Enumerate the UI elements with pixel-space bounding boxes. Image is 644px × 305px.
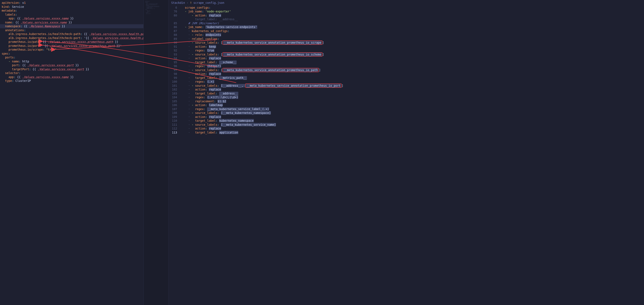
code-line: alb.ingress.kubernetes.io/healthcheck-pa…: [0, 32, 144, 36]
highlight-port: __meta_kubernetes_service_annotation_pro…: [245, 84, 342, 88]
code-line: port: {{ .Values.services.xxxxx.port }}: [0, 63, 144, 67]
code-line: 87 · kubernetes_sd_configs:: [170, 29, 644, 33]
code-line: 101 · - source_labels: [__address__, __m…: [170, 84, 644, 88]
editor-split: apiVersion: v1 kind: Service metadata: l…: [0, 0, 644, 305]
code-line: 96 · regex: (https?): [170, 64, 644, 68]
code-line: app: {{ .Values.services.xxxxx.name }}: [0, 75, 144, 79]
code-line: alb.ingress.kubernetes.io/healthcheck-po…: [0, 36, 144, 40]
code-line: 113 · target_label: application: [170, 130, 644, 134]
breadcrumb-file[interactable]: scrape_config.json: [193, 1, 224, 5]
code-line: 86 - job_name: 'kubernetes-service-endpo…: [170, 25, 644, 29]
code-line: 99 · target_label: __metrics_path__: [170, 76, 644, 80]
code-line: 109 · action: replace: [170, 115, 644, 119]
code-line: prometheus.io/scrape: "true": [0, 48, 144, 52]
chevron-right-icon: ›: [186, 1, 188, 5]
code-line: type: ClusterIP: [0, 79, 144, 83]
json-file-icon: !: [190, 1, 192, 5]
code-line: 76 - job_name: 'node-exporter': [170, 10, 644, 14]
minimap[interactable]: apiVersion: v1 kind: Service metadata: l…: [144, 0, 169, 305]
code-line: namespace: {{ .Release.Namespace }}: [0, 24, 144, 28]
code-line: 106 · - action: labelmap: [170, 103, 644, 107]
code-line: app: {{ .Values.services.xxxxx.name }}: [0, 16, 144, 20]
code-line: - name: http: [0, 60, 144, 64]
code-line: 112 · action: replace: [170, 126, 644, 130]
code-line: kind: Service: [0, 5, 144, 9]
code-line: 88 · - role: endpoints: [170, 33, 644, 37]
code-line: 100 · regex: (.+): [170, 80, 644, 84]
right-editor-pane[interactable]: Stackdin › ! scrape_config.json 6 scrape…: [169, 0, 644, 305]
code-line: 92 · regex: true: [170, 48, 644, 52]
code-line: 108 · - source_labels: [__meta_kubernete…: [170, 111, 644, 115]
code-line: 98 · action: replace: [170, 72, 644, 76]
code-line: 103 · target_label: __address__: [170, 92, 644, 96]
code-right: 6 scrape_configs: 76 - job_name: 'node-e…: [169, 6, 644, 134]
code-line: 91 · action: keep: [170, 45, 644, 49]
code-line: 107 · regex: __meta_kubernetes_service_l…: [170, 107, 644, 111]
code-line: 6 scrape_configs:: [170, 6, 644, 10]
code-line: 95 · target_label: __scheme__: [170, 60, 644, 64]
code-line: targetPort: {{ .Values.services.xxxxx.po…: [0, 67, 144, 71]
code-line: 111 · - source_labels: [__meta_kubernete…: [170, 123, 644, 127]
code-line: name: {{ .Values.services.xxxxx.name }}: [0, 20, 144, 24]
code-line: prometheus.io/port: '{{ .Values.services…: [0, 44, 144, 48]
code-line: metadata:: [0, 9, 144, 13]
highlight-path: __meta_kubernetes_service_annotation_pro…: [222, 68, 319, 72]
highlight-scrape: __meta_kubernetes_service_annotation_pro…: [222, 40, 322, 45]
code-line: target_label: __address__: [170, 17, 644, 21]
code-line: selector:: [0, 71, 144, 75]
code-line: spec:: [0, 52, 144, 56]
code-line: apiVersion: v1: [0, 1, 144, 5]
code-line: ports:: [0, 56, 144, 60]
minimap-content: apiVersion: v1 kind: Service metadata: l…: [145, 1, 167, 14]
code-line: 93 · - source_labels: [__meta_kubernetes…: [170, 52, 644, 56]
code-line: 90 · - source_labels: [__meta_kubernetes…: [170, 41, 644, 45]
code-line: 110 · target_label: kubernetes_namespace: [170, 119, 644, 123]
code-line: 102 · action: replace: [170, 88, 644, 92]
code-line: 104 · regex: (.+)(?::\d+);(\d+): [170, 95, 644, 99]
breadcrumb[interactable]: Stackdin › ! scrape_config.json: [169, 0, 644, 6]
left-editor-pane[interactable]: apiVersion: v1 kind: Service metadata: l…: [0, 0, 144, 305]
highlight-scheme: __meta_kubernetes_service_annotation_pro…: [222, 52, 322, 56]
code-line: 94 · action: replace: [170, 56, 644, 60]
code-line: 89 · relabel_configs:: [170, 37, 644, 41]
code-line: 85 # JVM (Micrometer): [170, 21, 644, 25]
code-line: 105 · replacement: $1:$2: [170, 99, 644, 103]
code-line: 97 · - source_labels: [__meta_kubernetes…: [170, 68, 644, 72]
code-line: annotations:: [0, 28, 144, 32]
code-line: labels:: [0, 13, 144, 17]
breadcrumb-root[interactable]: Stackdin: [171, 1, 185, 5]
code-line: 80 - action: replace: [170, 14, 644, 18]
code-line: prometheus.io/path: {{ .Values.services.…: [0, 40, 144, 44]
